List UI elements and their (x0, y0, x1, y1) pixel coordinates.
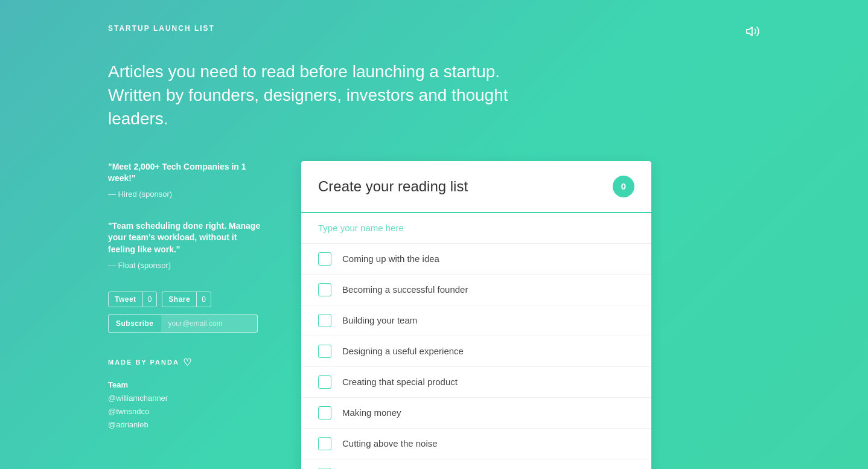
card-header: Create your reading list 0 (301, 161, 651, 213)
ad-source-1: — Hired (sponsor) (108, 190, 172, 199)
ad-block-1: "Meet 2,000+ Tech Companies in 1 week!" … (108, 161, 265, 199)
checkbox-6[interactable] (318, 406, 331, 420)
ad-block-2: "Team scheduling done right. Manage your… (108, 220, 265, 270)
team-member-3: @adrianleb (108, 418, 265, 432)
item-label-7[interactable]: Cutting above the noise (342, 438, 438, 448)
list-item: Becoming a successful founder (301, 275, 651, 305)
checkbox-7[interactable] (318, 437, 331, 450)
list-item: Building your team (301, 305, 651, 336)
checkbox-4[interactable] (318, 345, 331, 358)
item-label-5[interactable]: Creating that special product (342, 377, 458, 387)
tweet-button[interactable]: Tweet 0 (108, 292, 157, 307)
team-member-1: @williamchanner (108, 392, 265, 405)
site-title: STARTUP LAUNCH LIST (108, 24, 215, 33)
name-input[interactable] (318, 223, 634, 233)
header: STARTUP LAUNCH LIST (108, 24, 760, 42)
ad-text-1: "Meet 2,000+ Tech Companies in 1 week!" (108, 161, 265, 185)
checkbox-3[interactable] (318, 314, 331, 327)
list-item: Raising finance from investors (301, 459, 651, 469)
share-button[interactable]: Share 0 (162, 292, 211, 307)
team-label: Team (108, 380, 265, 389)
item-label-4[interactable]: Designing a useful experience (342, 346, 464, 356)
list-item: Designing a useful experience (301, 336, 651, 367)
made-by: MADE BY PANDA ♡ (108, 357, 265, 368)
checklist: Coming up with the idea Becoming a succe… (301, 244, 651, 469)
item-label-1[interactable]: Coming up with the idea (342, 254, 439, 264)
email-input[interactable] (161, 314, 258, 333)
item-label-6[interactable]: Making money (342, 407, 401, 418)
reading-list-card: Create your reading list 0 Coming up wit… (301, 161, 651, 469)
name-input-row (301, 213, 651, 244)
heart-icon: ♡ (183, 357, 193, 368)
subscribe-button[interactable]: Subscribe (108, 314, 161, 333)
list-item: Coming up with the idea (301, 244, 651, 275)
social-buttons: Tweet 0 Share 0 (108, 292, 265, 307)
item-label-2[interactable]: Becoming a successful founder (342, 284, 468, 295)
main-content: "Meet 2,000+ Tech Companies in 1 week!" … (108, 161, 760, 469)
ad-text-2: "Team scheduling done right. Manage your… (108, 220, 265, 256)
tweet-count: 0 (142, 292, 157, 307)
hero-text: Articles you need to read before launchi… (108, 60, 531, 131)
made-by-text: MADE BY PANDA ♡ (108, 357, 265, 368)
svg-marker-0 (747, 27, 752, 36)
checkbox-2[interactable] (318, 283, 331, 296)
sidebar: "Meet 2,000+ Tech Companies in 1 week!" … (108, 161, 265, 432)
share-count: 0 (196, 292, 211, 307)
share-label: Share (162, 292, 196, 307)
ad-source-2: — Float (sponsor) (108, 261, 171, 270)
team-section: Team @williamchanner @twnsndco @adrianle… (108, 380, 265, 432)
card-title: Create your reading list (318, 178, 468, 195)
count-badge: 0 (613, 176, 634, 197)
sound-icon[interactable] (745, 24, 760, 42)
checkbox-1[interactable] (318, 252, 331, 266)
list-item: Cutting above the noise (301, 429, 651, 459)
list-item: Making money (301, 398, 651, 429)
list-item: Creating that special product (301, 367, 651, 398)
checkbox-5[interactable] (318, 375, 331, 389)
team-member-2: @twnsndco (108, 405, 265, 418)
item-label-3[interactable]: Building your team (342, 315, 417, 325)
tweet-label: Tweet (109, 292, 142, 307)
subscribe-row: Subscribe (108, 314, 265, 333)
